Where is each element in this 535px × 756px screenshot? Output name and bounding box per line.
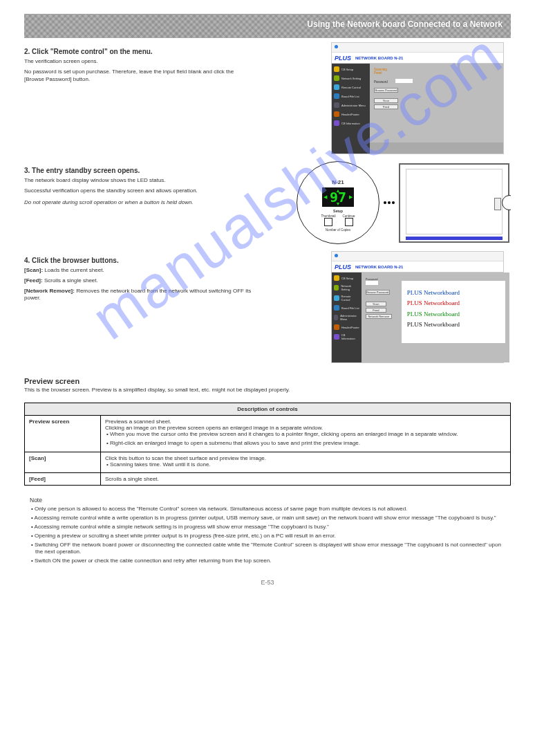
- monitor-icon: [334, 84, 339, 90]
- copies-label: Number of Copies: [326, 228, 350, 232]
- network-icon: [334, 75, 339, 81]
- preview-title: Preview screen: [24, 377, 511, 385]
- browser-screenshot-2: PLUS NETWORK BOARD N-21 CB Setup Network…: [331, 251, 504, 363]
- step3-line0: The network board display window shows t…: [24, 177, 252, 185]
- note-item: • Opening a preview or scrolling a sheet…: [30, 533, 505, 540]
- scan-button[interactable]: Scan: [374, 98, 398, 103]
- gear-icon: [334, 102, 339, 108]
- arrow-left-icon: ◀: [323, 194, 327, 200]
- sidebar-item-info[interactable]: CB Information: [334, 333, 359, 340]
- note-item: • Accessing remote control while a simpl…: [30, 524, 505, 531]
- step4-network: [Network Remove]: Removes the network bo…: [24, 288, 252, 303]
- sidebar-item-filelist[interactable]: Board File List: [334, 93, 368, 99]
- header-bar: Using the Network board Connected to a N…: [24, 14, 511, 38]
- section-label: Scanning Panel: [374, 68, 395, 75]
- step2-title: 2. Click "Remote control" on the menu.: [24, 48, 252, 55]
- sidebar-item-label: Header/Footer: [341, 326, 359, 329]
- sidebar-item-admin[interactable]: Administrator Menu: [334, 102, 368, 108]
- scan-button[interactable]: Scan: [366, 302, 386, 306]
- gear-icon: [334, 315, 338, 320]
- preview-line: PLUS Networkboard: [407, 320, 500, 330]
- row-desc: Previews a scanned sheet. Clicking an im…: [101, 416, 511, 452]
- page-number: E-53: [261, 579, 274, 586]
- sidebar-item-label: Header/Footer: [341, 113, 359, 116]
- network-remove-button[interactable]: Network Remove: [366, 314, 392, 319]
- sidebar-item-label: CB Setup: [341, 277, 353, 280]
- sidebar-item-remote[interactable]: Remote Control: [334, 295, 359, 302]
- row-label: [Feed]: [25, 473, 101, 486]
- connector-dots: [384, 201, 395, 204]
- device-model: N-21: [332, 179, 344, 185]
- thumbnail-button[interactable]: [324, 218, 332, 226]
- sidebar-item-cbsetup[interactable]: CB Setup: [334, 275, 359, 281]
- preview-line: PLUS Networkboard: [407, 288, 500, 298]
- preview-image[interactable]: PLUS Networkboard PLUS Networkboard PLUS…: [402, 281, 505, 343]
- browser-chrome: [332, 43, 503, 53]
- sidebar-item-label: Remote Control: [341, 86, 361, 89]
- feed-button[interactable]: Feed: [366, 308, 386, 313]
- table-row: Preview screen Previews a scanned sheet.…: [25, 416, 511, 452]
- sidebar-item-network[interactable]: Network Setting: [334, 75, 368, 81]
- browse-password-button[interactable]: Browse Password: [374, 88, 398, 93]
- layout-icon: [334, 324, 339, 330]
- browse-password-button[interactable]: Browse Password: [366, 290, 390, 295]
- sidebar-item-cbsetup[interactable]: CB Setup: [334, 66, 368, 72]
- browser-screenshot-1: PLUS NETWORK BOARD N-21 CB Setup Network…: [331, 42, 504, 154]
- sidebar: CB Setup Network Setting Remote Control …: [332, 273, 362, 362]
- plus-logo: PLUS: [335, 264, 351, 270]
- monitor-icon: [334, 295, 339, 301]
- note-item: • Switch ON the power or check the cable…: [30, 557, 505, 565]
- file-icon: [334, 305, 339, 311]
- sidebar-item-label: Network Setting: [341, 77, 361, 80]
- note-block: Note • Only one person is allowed to acc…: [24, 492, 511, 571]
- row-label: [Scan]: [25, 452, 101, 473]
- info-icon: [334, 120, 339, 126]
- preview-line: PLUS Networkboard: [407, 298, 500, 308]
- step4-feed: [Feed]: Scrolls a single sheet.: [24, 277, 252, 285]
- note-item: • Accessing remote control while a write…: [30, 515, 505, 522]
- product-name: NETWORK BOARD N-21: [355, 265, 403, 269]
- step4-scan: [Scan]: Loads the current sheet.: [24, 267, 252, 275]
- sidebar-item-label: CB Information: [341, 333, 359, 340]
- info-icon: [334, 334, 339, 340]
- setup-label: Setup: [333, 209, 343, 213]
- step2-line0: The verification screen opens.: [24, 58, 252, 66]
- table-row: [Feed] Scrolls a single sheet.: [25, 473, 511, 486]
- password-label: Password: [374, 80, 395, 84]
- arrow-down-icon: ▼: [336, 201, 341, 206]
- sidebar-item-network[interactable]: Network Setting: [334, 284, 359, 291]
- main-panel: Scanning Panel Password Browse Password …: [370, 64, 503, 154]
- feed-button[interactable]: Feed: [374, 104, 398, 109]
- continue-button[interactable]: [345, 218, 353, 226]
- row-desc: Click this button to scan the sheet surf…: [101, 452, 511, 473]
- lcd-display: ▲ ▼ ◀ ▶ 97: [322, 187, 354, 207]
- plus-logo: PLUS: [335, 55, 351, 62]
- sidebar-item-label: Administrator Menu: [340, 314, 359, 321]
- sidebar-item-label: Board File List: [341, 306, 359, 310]
- sidebar-item-label: CB Setup: [341, 68, 353, 71]
- row-label: Preview screen: [25, 416, 101, 452]
- sidebar-item-label: Remote Control: [341, 295, 359, 302]
- note-item: • Only one person is allowed to access t…: [30, 506, 505, 513]
- note-item: • Switching OFF the network board power …: [30, 542, 505, 557]
- sidebar-item-label: Administrator Menu: [341, 104, 366, 107]
- sidebar-item-header[interactable]: Header/Footer: [334, 111, 368, 117]
- sidebar-item-remote[interactable]: Remote Control: [334, 84, 368, 90]
- product-name: NETWORK BOARD N-21: [355, 56, 403, 60]
- whiteboard-diagram: [399, 163, 509, 243]
- password-input[interactable]: [395, 79, 413, 83]
- preview-intro: This is the browser screen. Preview is a…: [24, 387, 511, 393]
- sidebar-item-info[interactable]: CB Information: [334, 120, 368, 126]
- control-panel-zoom: N-21 ▲ ▼ ◀ ▶ 97 Setup Thumbnail Continue: [297, 161, 379, 244]
- step4-title: 4. Click the browser buttons.: [24, 257, 252, 264]
- step2-line1: No password is set upon purchase. Theref…: [24, 68, 252, 84]
- sidebar-item-admin[interactable]: Administrator Menu: [334, 314, 359, 321]
- pencil-icon: [334, 66, 339, 72]
- sidebar-item-filelist[interactable]: Board File List: [334, 305, 359, 311]
- sidebar: CB Setup Network Setting Remote Control …: [332, 64, 370, 154]
- arrow-right-icon: ▶: [349, 194, 353, 200]
- controls-table: Description of controls Preview screen P…: [24, 403, 511, 486]
- password-input[interactable]: [366, 281, 378, 285]
- sidebar-item-header[interactable]: Header/Footer: [334, 324, 359, 330]
- sidebar-item-label: Board File List: [341, 95, 359, 98]
